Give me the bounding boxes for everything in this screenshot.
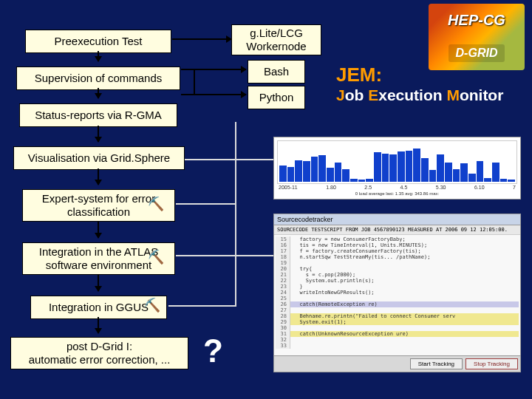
box-python: Python xyxy=(248,86,305,109)
question-mark: ? xyxy=(203,332,223,369)
chart-legend: 0 load average last: 1.35 avg: 343.86 ma… xyxy=(277,191,517,196)
logo-hepcg: HEP-CG xyxy=(448,12,505,29)
connector-line xyxy=(194,69,195,95)
arrow-down-icon xyxy=(98,222,99,238)
sourcecode-tracker-panel: Sourcecodetracker SOURCECODE TESTSCRIPT … xyxy=(273,214,521,372)
start-tracking-button[interactable]: Start Tracking xyxy=(410,358,463,369)
arrow-down-icon xyxy=(98,317,99,333)
arrow-down-icon xyxy=(98,88,99,98)
logo-badge: HEP-CG D-GRID xyxy=(429,4,525,70)
box-visualisation: Visualisation via Grid.Sphere xyxy=(13,146,185,170)
tracker-header: SOURCECODE TESTSCRIPT FROM JOB 456789012… xyxy=(274,225,520,235)
tracker-code: 15 factory = new ConsumerFactoryBaby;16 … xyxy=(274,235,520,355)
box-status-rgma: Status-reports via R-GMA xyxy=(19,103,177,127)
box-supervision: Supervision of commands xyxy=(16,66,180,90)
worker-icon: ⛏️ xyxy=(148,249,164,265)
title-short: JEM: xyxy=(336,64,503,86)
chart-x-axis: 2005-11 1.80 2.5 4.5 5.30 6.10 7 xyxy=(277,184,517,191)
arrow-down-icon xyxy=(98,168,99,185)
arrow-right-icon xyxy=(181,69,246,70)
tracker-footer: Start Tracking Stop Tracking xyxy=(274,355,520,372)
arrow-down-icon xyxy=(98,275,99,291)
arrow-right-icon xyxy=(181,94,246,95)
arrow-right-icon xyxy=(172,38,231,40)
arrow-down-icon xyxy=(98,51,99,61)
box-workernode: g.Lite/LCG Workernode xyxy=(231,24,321,55)
load-average-chart: 2005-11 1.80 2.5 4.5 5.30 6.10 7 0 load … xyxy=(273,137,521,200)
logo-dgrid: D-GRID xyxy=(449,44,505,62)
title-full: Job Execution Monitor xyxy=(336,86,503,104)
worker-icon: ⛏️ xyxy=(144,297,160,313)
chart-bars xyxy=(277,140,517,184)
page-title: JEM: Job Execution Monitor xyxy=(336,64,503,104)
box-preexecution: Preexecution Test xyxy=(25,30,171,53)
box-bash: Bash xyxy=(248,60,305,83)
arrow-down-icon xyxy=(98,126,99,142)
box-post-dgrid: post D-Grid I: automatic error correctio… xyxy=(10,337,188,369)
connector-arrows xyxy=(222,122,273,366)
worker-icon: ⛏️ xyxy=(148,196,164,212)
tracker-titlebar: Sourcecodetracker xyxy=(274,214,520,225)
stop-tracking-button[interactable]: Stop Tracking xyxy=(466,358,518,369)
